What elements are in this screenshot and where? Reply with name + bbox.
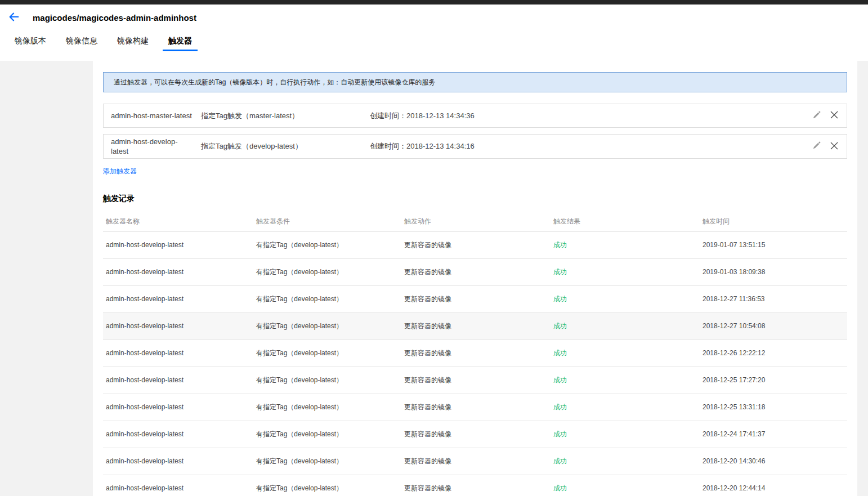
cell-result: 成功 bbox=[551, 367, 700, 394]
cell-condition: 有指定Tag（develop-latest） bbox=[253, 475, 401, 496]
cell-condition: 有指定Tag（develop-latest） bbox=[253, 339, 401, 367]
trigger-name: admin-host-master-latest bbox=[111, 111, 193, 120]
cell-name: admin-host-develop-latest bbox=[103, 394, 253, 421]
cell-action: 更新容器的镜像 bbox=[401, 231, 551, 258]
info-banner: 通过触发器，可以在每次生成新的Tag（镜像版本）时，自行执行动作，如：自动更新使… bbox=[103, 72, 847, 92]
edit-trigger-button[interactable] bbox=[811, 111, 821, 121]
cell-action: 更新容器的镜像 bbox=[401, 339, 551, 367]
cell-action: 更新容器的镜像 bbox=[401, 367, 551, 394]
cell-result: 成功 bbox=[551, 285, 700, 312]
cell-name: admin-host-develop-latest bbox=[103, 475, 253, 496]
created-label: 创建时间： bbox=[370, 111, 406, 120]
tab-image-info[interactable]: 镜像信息 bbox=[60, 31, 103, 51]
table-row: admin-host-develop-latest有指定Tag（develop-… bbox=[103, 231, 847, 258]
content-area: 通过触发器，可以在每次生成新的Tag（镜像版本）时，自行执行动作，如：自动更新使… bbox=[0, 61, 868, 496]
created-value: 2018-12-13 14:34:16 bbox=[406, 142, 475, 150]
cell-condition: 有指定Tag（develop-latest） bbox=[253, 231, 401, 258]
trigger-name: admin-host-develop-latest bbox=[111, 137, 193, 156]
cell-condition: 有指定Tag（develop-latest） bbox=[253, 312, 401, 339]
cell-condition: 有指定Tag（develop-latest） bbox=[253, 448, 401, 475]
cell-time: 2019-01-07 13:51:15 bbox=[700, 231, 847, 258]
trigger-card: admin-host-develop-latest 指定Tag触发（develo… bbox=[103, 134, 847, 159]
cell-action: 更新容器的镜像 bbox=[401, 394, 551, 421]
back-button[interactable] bbox=[7, 11, 21, 25]
cell-condition: 有指定Tag（develop-latest） bbox=[253, 421, 401, 448]
table-row: admin-host-develop-latest有指定Tag（develop-… bbox=[103, 448, 847, 475]
cell-time: 2018-12-27 10:54:08 bbox=[700, 312, 847, 339]
cell-time: 2018-12-27 11:36:53 bbox=[700, 285, 847, 312]
cell-action: 更新容器的镜像 bbox=[401, 475, 551, 496]
trigger-records-table: 触发器名称 触发器条件 触发动作 触发结果 触发时间 admin-host-de… bbox=[103, 212, 847, 496]
cell-name: admin-host-develop-latest bbox=[103, 367, 253, 394]
column-header-condition: 触发器条件 bbox=[253, 212, 401, 231]
close-icon bbox=[830, 142, 838, 151]
cell-result: 成功 bbox=[551, 231, 700, 258]
table-row: admin-host-develop-latest有指定Tag（develop-… bbox=[103, 421, 847, 448]
add-trigger-link[interactable]: 添加触发器 bbox=[103, 167, 137, 176]
cell-time: 2018-12-26 12:22:12 bbox=[700, 339, 847, 367]
table-row: admin-host-develop-latest有指定Tag（develop-… bbox=[103, 339, 847, 367]
cell-name: admin-host-develop-latest bbox=[103, 285, 253, 312]
tab-image-versions[interactable]: 镜像版本 bbox=[9, 31, 52, 51]
table-row: admin-host-develop-latest有指定Tag（develop-… bbox=[103, 285, 847, 312]
cell-name: admin-host-develop-latest bbox=[103, 421, 253, 448]
trigger-actions bbox=[811, 111, 839, 121]
cell-action: 更新容器的镜像 bbox=[401, 258, 551, 285]
cell-result: 成功 bbox=[551, 448, 700, 475]
cell-time: 2018-12-20 14:30:46 bbox=[700, 448, 847, 475]
table-row: admin-host-develop-latest有指定Tag（develop-… bbox=[103, 312, 847, 339]
cell-condition: 有指定Tag（develop-latest） bbox=[253, 285, 401, 312]
delete-trigger-button[interactable] bbox=[829, 111, 839, 121]
created-value: 2018-12-13 14:34:36 bbox=[406, 111, 475, 120]
table-row: admin-host-develop-latest有指定Tag（develop-… bbox=[103, 394, 847, 421]
cell-name: admin-host-develop-latest bbox=[103, 312, 253, 339]
page-title: magicodes/magicodes-admin-adminhost bbox=[33, 13, 196, 23]
cell-result: 成功 bbox=[551, 312, 700, 339]
cell-time: 2018-12-20 12:44:14 bbox=[700, 475, 847, 496]
arrow-left-icon bbox=[8, 11, 20, 25]
info-banner-text: 通过触发器，可以在每次生成新的Tag（镜像版本）时，自行执行动作，如：自动更新使… bbox=[114, 78, 435, 87]
cell-time: 2018-12-24 17:41:37 bbox=[700, 421, 847, 448]
triggers-panel: 通过触发器，可以在每次生成新的Tag（镜像版本）时，自行执行动作，如：自动更新使… bbox=[93, 61, 857, 496]
created-label: 创建时间： bbox=[370, 142, 406, 150]
cell-name: admin-host-develop-latest bbox=[103, 231, 253, 258]
cell-result: 成功 bbox=[551, 394, 700, 421]
cell-result: 成功 bbox=[551, 421, 700, 448]
table-row: admin-host-develop-latest有指定Tag（develop-… bbox=[103, 475, 847, 496]
cell-condition: 有指定Tag（develop-latest） bbox=[253, 367, 401, 394]
records-table-body: admin-host-develop-latest有指定Tag（develop-… bbox=[103, 231, 847, 496]
column-header-action: 触发动作 bbox=[401, 212, 551, 231]
column-header-result: 触发结果 bbox=[551, 212, 700, 231]
cell-time: 2018-12-25 13:31:18 bbox=[700, 394, 847, 421]
cell-result: 成功 bbox=[551, 339, 700, 367]
top-black-bar bbox=[0, 0, 868, 5]
tab-triggers[interactable]: 触发器 bbox=[163, 31, 198, 51]
cell-result: 成功 bbox=[551, 475, 700, 496]
delete-trigger-button[interactable] bbox=[829, 141, 839, 151]
tab-bar: 镜像版本 镜像信息 镜像构建 触发器 bbox=[0, 31, 868, 51]
cell-action: 更新容器的镜像 bbox=[401, 448, 551, 475]
records-section-title: 触发记录 bbox=[103, 194, 847, 204]
trigger-created-time: 创建时间：2018-12-13 14:34:16 bbox=[370, 141, 811, 151]
cell-result: 成功 bbox=[551, 258, 700, 285]
table-header-row: 触发器名称 触发器条件 触发动作 触发结果 触发时间 bbox=[103, 212, 847, 231]
cell-condition: 有指定Tag（develop-latest） bbox=[253, 258, 401, 285]
table-row: admin-host-develop-latest有指定Tag（develop-… bbox=[103, 367, 847, 394]
trigger-card: admin-host-master-latest 指定Tag触发（master-… bbox=[103, 104, 847, 128]
trigger-condition: 指定Tag触发（master-latest） bbox=[201, 111, 370, 121]
cell-name: admin-host-develop-latest bbox=[103, 448, 253, 475]
trigger-condition: 指定Tag触发（develop-latest） bbox=[201, 141, 370, 151]
column-header-time: 触发时间 bbox=[700, 212, 847, 231]
cell-condition: 有指定Tag（develop-latest） bbox=[253, 394, 401, 421]
tab-image-build[interactable]: 镜像构建 bbox=[111, 31, 154, 51]
edit-trigger-button[interactable] bbox=[811, 141, 821, 151]
cell-time: 2019-01-03 18:09:38 bbox=[700, 258, 847, 285]
cell-time: 2018-12-25 17:27:20 bbox=[700, 367, 847, 394]
trigger-actions bbox=[811, 141, 839, 151]
app-header: magicodes/magicodes-admin-adminhost bbox=[0, 5, 868, 31]
cell-name: admin-host-develop-latest bbox=[103, 339, 253, 367]
trigger-created-time: 创建时间：2018-12-13 14:34:36 bbox=[370, 111, 811, 121]
table-row: admin-host-develop-latest有指定Tag（develop-… bbox=[103, 258, 847, 285]
cell-action: 更新容器的镜像 bbox=[401, 421, 551, 448]
column-header-name: 触发器名称 bbox=[103, 212, 253, 231]
